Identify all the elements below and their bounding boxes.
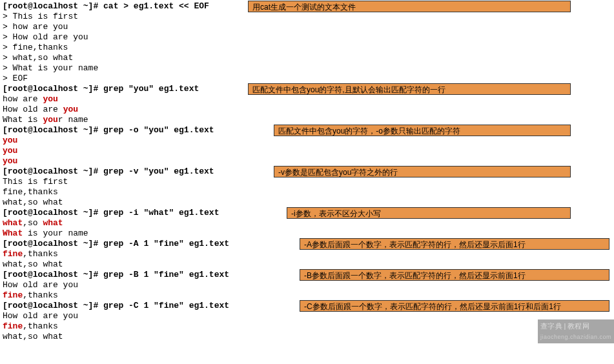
annotation-box: -A参数后面跟一个数字，表示匹配字符的行，然后还显示后面1行 bbox=[300, 238, 609, 250]
annotation-box: -C参数后面跟一个数字，表示匹配字符的行，然后还显示前面1行和后面1行 bbox=[300, 300, 609, 312]
output-line: What is your name bbox=[3, 228, 611, 239]
output-line: What is your name bbox=[3, 115, 611, 125]
match-text: what bbox=[3, 218, 23, 228]
output-line: How old are you bbox=[3, 105, 611, 115]
prompt-text: [root@localhost ~]# grep "you" eg1.text bbox=[3, 84, 204, 94]
annotation-box: -i参数，表示不区分大小写 bbox=[287, 207, 571, 219]
output-line: you bbox=[3, 146, 611, 156]
output-line: fine,thanks bbox=[3, 187, 611, 197]
terminal-line: > This is first bbox=[3, 12, 611, 22]
annotation-box: -v参数是匹配包含you字符之外的行 bbox=[274, 166, 571, 177]
prompt-text: [root@localhost ~]# grep -v "you" eg1.te… bbox=[3, 167, 219, 176]
output-line: you bbox=[3, 136, 611, 146]
output-line: what,so what bbox=[3, 197, 611, 208]
output-line: how are you bbox=[3, 94, 611, 105]
output-line: what,so what bbox=[3, 332, 611, 342]
terminal-line: [root@localhost ~]# grep "you" eg1.text … bbox=[3, 84, 611, 94]
terminal-line: [root@localhost ~]# grep -C 1 "fine" eg1… bbox=[3, 301, 611, 311]
terminal-line: [root@localhost ~]# grep -i "what" eg1.t… bbox=[3, 208, 611, 218]
terminal-line: > What is your name bbox=[3, 63, 611, 74]
prompt-text: [root@localhost ~]# grep -i "what" eg1.t… bbox=[3, 208, 224, 217]
prompt-text: [root@localhost ~]# grep -o "you" eg1.te… bbox=[3, 125, 219, 135]
match-text: you bbox=[43, 115, 57, 125]
match-text: you bbox=[43, 94, 57, 104]
prompt-text: [root@localhost ~]# grep -B 1 "fine" eg1… bbox=[3, 270, 234, 279]
match-text: what bbox=[43, 218, 63, 228]
output-line: what,so what bbox=[3, 218, 611, 228]
terminal-line: [root@localhost ~]# cat > eg1.text << EO… bbox=[3, 1, 611, 12]
annotation-box: -B参数后面跟一个数字，表示匹配字符的行，然后还显示前面1行 bbox=[300, 269, 609, 281]
terminal-line: > How old are you bbox=[3, 32, 611, 43]
match-text: you bbox=[63, 105, 78, 114]
output-line: fine,thanks bbox=[3, 249, 611, 259]
watermark-main: 查字典 bbox=[540, 322, 563, 330]
terminal-line: [root@localhost ~]# grep -B 1 "fine" eg1… bbox=[3, 270, 611, 280]
output-line: This is first bbox=[3, 177, 611, 187]
prompt-text: [root@localhost ~]# cat > eg1.text << EO… bbox=[3, 1, 209, 11]
terminal-line: > how are you bbox=[3, 22, 611, 32]
output-line: fine,thanks bbox=[3, 321, 611, 332]
prompt-text: [root@localhost ~]# grep -A 1 "fine" eg1… bbox=[3, 239, 234, 248]
terminal-line: > EOF bbox=[3, 74, 611, 84]
terminal-line: [root@localhost ~]# grep -A 1 "fine" eg1… bbox=[3, 239, 611, 249]
prompt-text: [root@localhost ~]# grep -C 1 "fine" eg1… bbox=[3, 301, 234, 310]
output-line: what,so what bbox=[3, 259, 611, 270]
annotation-box: 匹配文件中包含you的字符，-o参数只输出匹配的字符 bbox=[274, 125, 571, 136]
watermark: 查字典|教程网 jiaocheng.chazidian.com bbox=[538, 319, 614, 343]
output-line: How old are you bbox=[3, 311, 611, 321]
output-line: you bbox=[3, 156, 611, 167]
terminal-line: [root@localhost ~]# grep -v "you" eg1.te… bbox=[3, 167, 611, 177]
terminal-line: > fine,thanks bbox=[3, 43, 611, 53]
output-line: How old are you bbox=[3, 280, 611, 290]
match-text: What bbox=[3, 228, 23, 238]
terminal-line: [root@localhost ~]# grep -o "you" eg1.te… bbox=[3, 125, 611, 136]
watermark-sub: 教程网 bbox=[568, 322, 590, 330]
match-text: fine bbox=[3, 321, 23, 331]
annotation-box: 用cat生成一个测试的文本文件 bbox=[248, 1, 571, 12]
terminal-line: > what,so what bbox=[3, 53, 611, 63]
match-text: fine bbox=[3, 249, 23, 259]
output-line: fine,thanks bbox=[3, 290, 611, 301]
annotation-box: 匹配文件中包含you的字符,且默认会输出匹配字符的一行 bbox=[248, 83, 571, 95]
watermark-url: jiaocheng.chazidian.com bbox=[540, 334, 611, 340]
match-text: fine bbox=[3, 290, 23, 300]
